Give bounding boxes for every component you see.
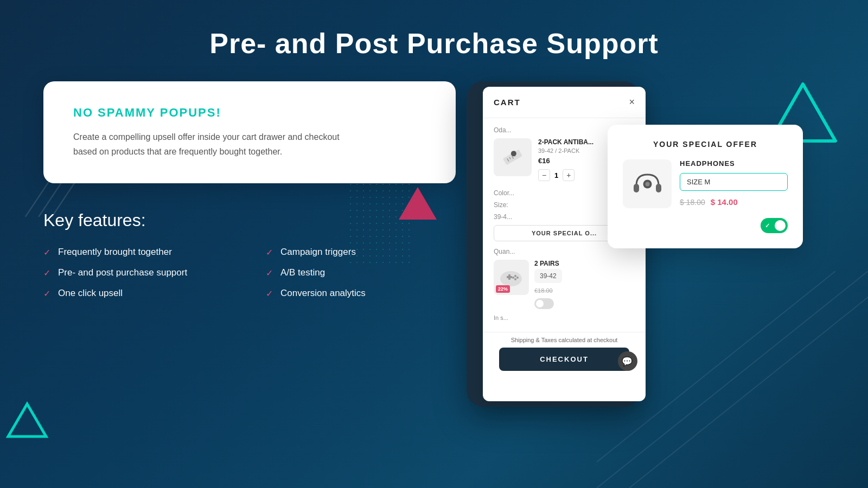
special-offer-card: YOUR SPECIAL OFFER HEADPHONES	[608, 125, 803, 248]
in-stock-label: In s...	[494, 314, 635, 321]
page-title: Pre- and Post Purchase Support	[0, 0, 868, 60]
cart-product-2-image: 22%	[494, 260, 529, 295]
chat-icon: 💬	[622, 356, 634, 367]
cart-quantity-label: Quan...	[494, 248, 635, 255]
cart-product-2-info: 2 PAIRS 39-42 €18.00	[534, 260, 562, 309]
card-description: Create a compelling upsell offer inside …	[73, 130, 344, 159]
product-2-toggle[interactable]	[534, 298, 554, 309]
svg-point-20	[514, 278, 516, 280]
cart-shipping-text: Shipping & Taxes calculated at checkout	[483, 332, 646, 348]
qty-value: 1	[554, 171, 558, 179]
feature-item-3: ✓ One click upsell	[43, 288, 233, 299]
check-icon-1: ✓	[43, 247, 50, 258]
qty-decrease-button[interactable]: −	[538, 169, 550, 181]
feature-item-4: ✓ Campaign triggers	[266, 247, 456, 258]
check-icon-5: ✓	[266, 268, 273, 278]
cart-header: CART ×	[483, 87, 646, 118]
key-features-section: Key features: ✓ Frequently brought toget…	[43, 210, 456, 299]
product-2-old-price: €18.00	[534, 287, 562, 294]
feature-card: NO SPAMMY POPUPS! Create a compelling up…	[43, 81, 456, 183]
chat-bubble[interactable]: 💬	[618, 351, 637, 371]
check-icon-3: ✓	[43, 288, 50, 299]
special-offer-pricing: $ 18.00 $ 14.00	[680, 197, 788, 207]
special-offer-content: HEADPHONES $ 18.00 $ 14.00	[623, 159, 788, 208]
svg-rect-22	[634, 184, 639, 192]
feature-label-3: One click upsell	[58, 288, 123, 299]
special-offer-size-input[interactable]	[680, 173, 788, 191]
special-offer-product-info: HEADPHONES $ 18.00 $ 14.00	[680, 159, 788, 207]
special-offer-new-price: $ 14.00	[711, 197, 738, 207]
features-grid: ✓ Frequently brought together ✓ Campaign…	[43, 247, 456, 299]
deco-triangle-pink	[396, 184, 439, 222]
special-offer-product-name: HEADPHONES	[680, 159, 788, 168]
product-2-toggle-row	[534, 298, 562, 309]
special-offer-toggle-row	[623, 218, 788, 233]
checkout-label: CHECKOUT	[540, 355, 589, 363]
cart-product-1-image	[494, 138, 532, 176]
special-offer-toggle[interactable]	[761, 218, 788, 233]
feature-label-5: A/B testing	[280, 267, 325, 278]
special-offer-product-image	[623, 159, 672, 208]
svg-point-15	[500, 271, 522, 286]
svg-point-21	[512, 277, 514, 279]
key-features-title: Key features:	[43, 210, 456, 230]
check-icon-2: ✓	[43, 268, 50, 278]
feature-item-2: ✓ Pre- and post purchase support	[43, 267, 233, 278]
card-heading: NO SPAMMY POPUPS!	[73, 106, 426, 120]
check-icon-6: ✓	[266, 288, 273, 299]
qty-increase-button[interactable]: +	[563, 169, 575, 181]
headphones-icon	[630, 166, 665, 202]
left-panel: NO SPAMMY POPUPS! Create a compelling up…	[43, 81, 456, 418]
feature-item-5: ✓ A/B testing	[266, 267, 456, 278]
product-2-size: 39-42	[534, 269, 562, 283]
svg-rect-23	[656, 184, 661, 192]
cart-product-2: 22% 2 PAIRS 39-42 €18.00	[494, 260, 635, 309]
feature-label-1: Frequently brought together	[58, 247, 172, 258]
svg-point-18	[514, 275, 516, 277]
discount-badge: 22%	[496, 285, 510, 293]
cart-title: CART	[494, 98, 521, 107]
svg-point-25	[645, 182, 649, 186]
feature-label-2: Pre- and post purchase support	[58, 267, 187, 278]
feature-label-4: Campaign triggers	[280, 247, 356, 258]
feature-item-6: ✓ Conversion analytics	[266, 288, 456, 299]
right-panel: CART × Oda...	[456, 81, 825, 418]
product-2-pairs: 2 PAIRS	[534, 260, 562, 267]
svg-rect-17	[507, 276, 512, 278]
special-offer-title: YOUR SPECIAL OFFER	[623, 140, 788, 149]
checkout-button[interactable]: CHECKOUT 💬	[499, 348, 629, 371]
check-icon-4: ✓	[266, 247, 273, 258]
svg-point-19	[516, 277, 519, 279]
cart-close-button[interactable]: ×	[629, 97, 635, 108]
svg-marker-4	[399, 187, 437, 220]
feature-label-6: Conversion analytics	[280, 288, 366, 299]
feature-item-1: ✓ Frequently brought together	[43, 247, 233, 258]
special-offer-old-price: $ 18.00	[680, 198, 705, 207]
ruler-icon	[499, 144, 526, 171]
